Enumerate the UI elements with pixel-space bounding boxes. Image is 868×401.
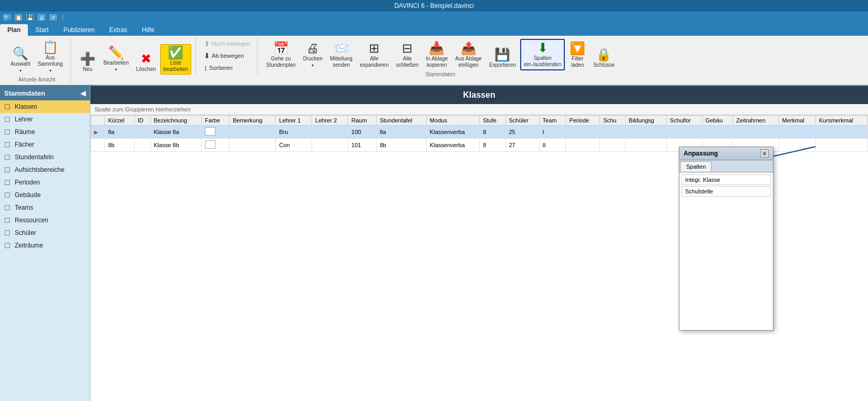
main-area: Stammdaten ◀ Klassen Lehrer Räume Fächer…: [0, 86, 868, 401]
expandieren-icon: ⊞: [369, 42, 379, 55]
col-modus[interactable]: Modus: [426, 116, 479, 126]
col-kursmerkmal[interactable]: Kursmerkmal: [815, 116, 867, 126]
anpassung-title: Anpassung: [684, 150, 718, 157]
tab-plan[interactable]: Plan: [0, 24, 28, 36]
qa-icon-print[interactable]: 🖨: [37, 13, 46, 22]
sidebar-item-lehrer[interactable]: Lehrer: [0, 113, 90, 126]
qa-icon-save[interactable]: 💾: [25, 13, 35, 22]
col-farbe[interactable]: Farbe: [202, 116, 230, 126]
col-bemerkung[interactable]: Bemerkung: [230, 116, 276, 126]
anpassung-item-schulstelle[interactable]: Schulstelle: [681, 186, 771, 197]
btn-spalten-einausblenden[interactable]: ⬇ Spaltenein-/ausblenden: [520, 39, 565, 70]
ab-icon: ⬇: [204, 52, 210, 60]
col-gebau[interactable]: Gebäu: [702, 116, 733, 126]
sidebar-item-gebaeude[interactable]: Gebäude: [0, 189, 90, 201]
col-lehrer1[interactable]: Lehrer 1: [276, 116, 312, 126]
col-stundentafel[interactable]: Stundentafel: [376, 116, 426, 126]
anpassung-close-button[interactable]: ×: [760, 149, 769, 158]
sidebar-item-perioden[interactable]: Perioden: [0, 176, 90, 189]
btn-alle-schliessen[interactable]: ⊟ Alleschließen: [393, 40, 422, 70]
col-kurzel[interactable]: Kürzel: [105, 116, 134, 126]
btn-loeschen[interactable]: ✖ Löschen: [133, 50, 159, 75]
col-merkmal[interactable]: Merkmal: [779, 116, 815, 126]
group-label-stammdaten: Stammdaten: [426, 71, 456, 77]
col-indicator: [91, 116, 105, 126]
col-periode[interactable]: Periode: [566, 116, 600, 126]
sidebar-item-stundentafeln[interactable]: Stundentafeln: [0, 151, 90, 163]
sidebar-item-raeume[interactable]: Räume: [0, 126, 90, 138]
table-cell: [230, 126, 276, 139]
table-cell: 8b: [376, 139, 426, 152]
btn-schluesse[interactable]: 🔒 Schlüsse: [590, 46, 618, 70]
btn-hoch-bewegen[interactable]: ⬆ Hoch bewegen: [201, 38, 253, 49]
sortieren-icon: ↕: [204, 64, 208, 72]
stundenplan-icon: 📅: [273, 42, 289, 55]
anpassung-item-integr-klasse[interactable]: Integr. Klasse: [681, 174, 771, 185]
col-schulfor[interactable]: Schulfor: [666, 116, 702, 126]
btn-alle-expandieren[interactable]: ⊞ Alleexpandieren: [357, 40, 392, 70]
col-stufe[interactable]: Stufe: [480, 116, 505, 126]
table-cell: [91, 139, 105, 152]
tab-publizieren[interactable]: Publizieren: [56, 24, 102, 36]
sidebar-item-faecher[interactable]: Fächer: [0, 138, 90, 151]
tab-start[interactable]: Start: [28, 24, 56, 36]
table-cell: 27: [505, 139, 539, 152]
titlebar: DAVINCI 6 - Beispiel.davinci: [0, 0, 868, 12]
anp-tab-spalten[interactable]: Spalten: [680, 161, 711, 172]
qa-icon-refresh[interactable]: ↺: [48, 13, 58, 22]
tab-hilfe[interactable]: Hilfe: [135, 24, 162, 36]
col-schu[interactable]: Schu: [600, 116, 625, 126]
table-row[interactable]: ▶8aKlasse 8aBru1008aKlassenverba825I: [91, 126, 868, 139]
btn-exportieren[interactable]: 💾 Exportieren: [486, 46, 519, 70]
sidebar-collapse-icon[interactable]: ◀: [80, 89, 86, 97]
ribbon-tabs: Plan Start Publizieren Extras Hilfe: [0, 23, 868, 36]
sidebar-item-aufsichtsbereiche[interactable]: Aufsichtsbereiche: [0, 163, 90, 176]
btn-aus-sammlung[interactable]: 📋 AusSammlung▾: [35, 39, 66, 76]
table-cell: 8b: [105, 139, 134, 152]
schliessen-icon: ⊟: [402, 42, 412, 55]
qa-icon-2[interactable]: 📋: [14, 13, 23, 22]
btn-drucken[interactable]: 🖨 Drucken▾: [300, 40, 326, 70]
btn-filter-laden[interactable]: 🔽 Filterladen: [566, 40, 589, 70]
btn-auswahl[interactable]: 🔍 Auswahl▾: [7, 45, 34, 76]
title: DAVINCI 6 - Beispiel.davinci: [394, 2, 473, 9]
sidebar: Stammdaten ◀ Klassen Lehrer Räume Fächer…: [0, 86, 90, 401]
table-cell: [666, 126, 702, 139]
col-schueler[interactable]: Schüler: [505, 116, 539, 126]
btn-aus-ablage-einfuegen[interactable]: 📤 Aus Ablageeinfügen: [452, 40, 485, 70]
table-container[interactable]: Kürzel ID Bezeichnung Farbe Bemerkung Le…: [90, 115, 868, 401]
btn-mitteilung-senden[interactable]: 📨 Mitteilungsenden: [327, 40, 356, 70]
btn-neu[interactable]: ➕ Neu: [76, 50, 99, 75]
tab-extras[interactable]: Extras: [102, 24, 135, 36]
sidebar-item-ressourcen[interactable]: Ressourcen: [0, 214, 90, 227]
col-raum[interactable]: Raum: [348, 116, 376, 126]
sidebar-item-klassen[interactable]: Klassen: [0, 100, 90, 113]
qa-icon-1[interactable]: 🔍: [2, 13, 12, 22]
loeschen-icon: ✖: [141, 53, 151, 65]
col-bildungsg[interactable]: Bildungsg: [625, 116, 666, 126]
col-team[interactable]: Team: [539, 116, 566, 126]
btn-gehe-zu-stundenplan[interactable]: 📅 Gehe zuStundenplan: [263, 40, 298, 70]
schluesse-icon: 🔒: [596, 48, 612, 61]
btn-bearbeiten[interactable]: ✏️ Bearbeiten▾: [100, 44, 132, 75]
sidebar-item-zeitraeume[interactable]: Zeiträume: [0, 239, 90, 252]
bearbeiten-icon: ✏️: [108, 46, 124, 59]
ablage-einfuegen-icon: 📤: [461, 42, 477, 55]
edit-buttons: ➕ Neu ✏️ Bearbeiten▾ ✖ Löschen ✅ Listebe…: [76, 38, 191, 75]
btn-liste-bearbeiten[interactable]: ✅ Listebearbeiten: [160, 44, 191, 75]
btn-ab-bewegen[interactable]: ⬇ Ab bewegen: [201, 50, 253, 61]
table-cell: [134, 126, 150, 139]
col-id[interactable]: ID: [134, 116, 150, 126]
btn-in-ablage-kopieren[interactable]: 📥 In Ablagekopieren: [423, 40, 451, 70]
col-lehrer2[interactable]: Lehrer 2: [312, 116, 348, 126]
table-cell: [815, 139, 867, 152]
sammlung-icon: 📋: [43, 41, 58, 54]
sidebar-item-schueler[interactable]: Schüler: [0, 227, 90, 239]
ablage-kopieren-icon: 📥: [429, 42, 445, 55]
liste-icon: ✅: [168, 46, 183, 59]
col-zeitrahmen[interactable]: Zeitrahmen: [733, 116, 779, 126]
sidebar-item-teams[interactable]: Teams: [0, 201, 90, 214]
table-cell: 101: [348, 139, 376, 152]
btn-sortieren[interactable]: ↕ Sortieren: [201, 62, 253, 74]
col-bezeichnung[interactable]: Bezeichnung: [150, 116, 202, 126]
